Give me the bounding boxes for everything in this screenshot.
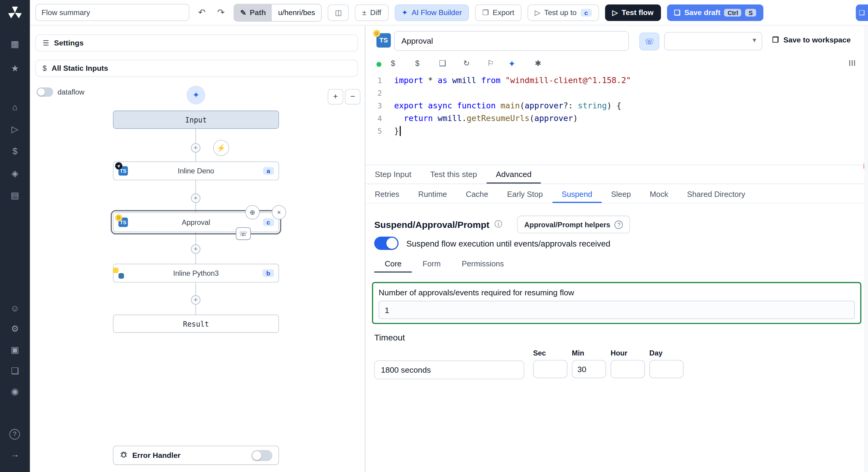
- tab-mock[interactable]: Mock: [640, 184, 678, 203]
- windmill-logo-icon[interactable]: [7, 5, 23, 23]
- hour-input[interactable]: [611, 360, 645, 378]
- tab-cache[interactable]: Cache: [456, 184, 498, 203]
- approvals-required-field: Number of approvals/events required for …: [372, 282, 861, 324]
- tab-suspend[interactable]: Suspend: [552, 184, 601, 203]
- save-draft-button[interactable]: ❑ Save draft Ctrl S: [667, 4, 763, 21]
- approvals-required-input[interactable]: [378, 301, 855, 319]
- home-icon[interactable]: ⌂: [0, 102, 30, 113]
- app: ▦ ★ ⌂ ▷ $ ◈ ▤ ☺ ⚙ ▣ ❏ ◉ ? → ↶ ↷ ✎ Path u…: [0, 0, 868, 472]
- error-handler-toggle[interactable]: [251, 450, 273, 461]
- add-step-button[interactable]: +: [191, 244, 200, 254]
- timeout-hour-field: Hour: [611, 349, 645, 378]
- flow-summary-input[interactable]: [36, 4, 190, 21]
- error-handler-row[interactable]: Error Handler: [113, 445, 279, 465]
- dollar-icon[interactable]: $: [415, 59, 420, 67]
- step-title-input[interactable]: [394, 31, 629, 51]
- collapse-sidebar-icon[interactable]: →: [0, 449, 30, 460]
- help-icon[interactable]: ?: [9, 429, 20, 439]
- timeout-summary-input[interactable]: [374, 361, 524, 379]
- info-icon[interactable]: ⓘ: [494, 220, 502, 229]
- variables-icon[interactable]: $: [0, 146, 30, 157]
- code-line[interactable]: 5}: [365, 125, 868, 138]
- test-flow-button[interactable]: ▷ Test flow: [605, 4, 661, 21]
- tab-sleep[interactable]: Sleep: [601, 184, 640, 203]
- node-result[interactable]: Result: [113, 314, 279, 333]
- workers-icon[interactable]: ▣: [0, 344, 30, 356]
- node-inline-deno[interactable]: TS ➤ Inline Deno a: [113, 161, 279, 180]
- code-line[interactable]: 2: [365, 87, 868, 99]
- deploy-icon: ❑: [859, 9, 865, 16]
- min-input[interactable]: [572, 360, 606, 378]
- suspend-indicator-icon[interactable]: ☏: [236, 227, 251, 240]
- zoom-in-button[interactable]: +: [328, 89, 343, 104]
- tab-step-input[interactable]: Step Input: [365, 165, 421, 183]
- dollar-icon[interactable]: $: [391, 59, 395, 67]
- deploy-button[interactable]: ❑: [856, 4, 868, 21]
- delete-step-button[interactable]: ×: [272, 205, 286, 220]
- folders-icon[interactable]: ❏: [0, 365, 30, 377]
- zoom-out-button[interactable]: −: [345, 89, 360, 104]
- code-editor[interactable]: 1import * as wmill from "windmill-client…: [365, 74, 868, 164]
- day-input[interactable]: [649, 360, 684, 378]
- path-button[interactable]: ✎ Path u/henri/bes: [234, 4, 322, 21]
- approval-phone-button[interactable]: ☏: [639, 33, 659, 50]
- docs-button[interactable]: ◫: [328, 4, 349, 21]
- audit-eye-icon[interactable]: ◉: [0, 386, 30, 397]
- tab-core[interactable]: Core: [374, 256, 412, 272]
- package-icon[interactable]: ❑: [439, 59, 446, 67]
- sliders-icon: ☰: [42, 39, 49, 47]
- wand-icon: ✦: [402, 8, 408, 17]
- refresh-icon[interactable]: ↻: [463, 59, 470, 67]
- schedules-icon[interactable]: ▤: [0, 190, 30, 201]
- resources-icon[interactable]: ◈: [0, 168, 30, 179]
- sparkles-icon[interactable]: ✱: [535, 59, 541, 67]
- node-input[interactable]: Input: [113, 110, 279, 129]
- export-button[interactable]: ❒ Export: [475, 4, 522, 21]
- approvals-required-label: Number of approvals/events required for …: [378, 288, 855, 297]
- code-line[interactable]: 3export async function main(approver?: s…: [365, 100, 868, 112]
- tab-runtime[interactable]: Runtime: [409, 184, 456, 203]
- settings-row[interactable]: ☰ Settings: [36, 34, 358, 52]
- timeout-label: Timeout: [374, 333, 405, 343]
- tab-early-stop[interactable]: Early Stop: [498, 184, 552, 203]
- test-up-to-button[interactable]: ▷ Test up to c: [527, 4, 599, 21]
- node-inline-python3[interactable]: Inline Python3 b: [113, 264, 279, 282]
- script-version-select[interactable]: ▾: [664, 32, 762, 50]
- user-icon[interactable]: ☺: [0, 303, 30, 314]
- tab-form[interactable]: Form: [412, 256, 451, 272]
- approval-prompt-helpers-button[interactable]: Approval/Prompt helpers ?: [517, 215, 630, 233]
- scrollbar[interactable]: [864, 25, 868, 472]
- line-number: 1: [365, 74, 382, 87]
- redo-icon[interactable]: ↷: [215, 7, 227, 18]
- suspend-toggle[interactable]: [374, 237, 399, 250]
- runs-icon[interactable]: ▷: [0, 124, 30, 135]
- sec-input[interactable]: [533, 360, 567, 378]
- ai-wand-button[interactable]: ✦: [187, 86, 205, 104]
- add-step-button[interactable]: +: [191, 194, 200, 203]
- code-line[interactable]: 1import * as wmill from "windmill-client…: [365, 74, 868, 87]
- favorites-icon[interactable]: ★: [0, 63, 30, 74]
- tab-shared-directory[interactable]: Shared Directory: [678, 184, 754, 203]
- add-step-button[interactable]: +: [191, 295, 200, 305]
- tab-advanced[interactable]: Advanced: [487, 165, 541, 183]
- code-line[interactable]: 4 return wmill.getResumeUrls(approver): [365, 112, 868, 125]
- apps-icon[interactable]: ▦: [0, 39, 30, 50]
- tab-permissions[interactable]: Permissions: [451, 256, 515, 272]
- tag-icon[interactable]: ⚐: [487, 59, 494, 67]
- move-step-button[interactable]: ⊕: [245, 205, 260, 220]
- ai-wand-icon[interactable]: ✦: [508, 59, 516, 69]
- tab-retries[interactable]: Retries: [365, 184, 409, 203]
- ai-flow-builder-button[interactable]: ✦ AI Flow Builder: [395, 4, 469, 21]
- undo-icon[interactable]: ↶: [195, 7, 208, 18]
- save-to-workspace-button[interactable]: ❒ Save to workspace: [772, 36, 850, 44]
- dataflow-toggle[interactable]: [36, 87, 53, 97]
- static-inputs-row[interactable]: $ All Static Inputs: [36, 60, 358, 77]
- help-icon: ?: [615, 221, 623, 229]
- settings-icon[interactable]: ⚙: [0, 323, 30, 334]
- outline-icon[interactable]: ☰: [848, 60, 857, 67]
- add-step-button[interactable]: +: [191, 143, 200, 153]
- trigger-button[interactable]: ⚡: [213, 140, 229, 156]
- tab-test-this-step[interactable]: Test this step: [421, 165, 487, 183]
- diff-button[interactable]: ± Diff: [355, 4, 388, 21]
- play-icon: ▷: [612, 8, 618, 17]
